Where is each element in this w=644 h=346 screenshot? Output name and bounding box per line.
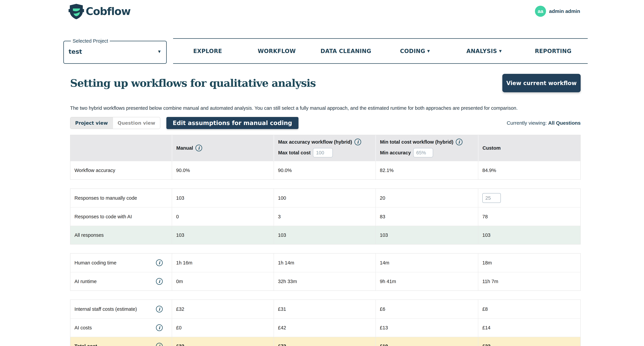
- info-icon[interactable]: i: [354, 139, 361, 145]
- row-label: Responses to manually code: [70, 189, 172, 207]
- chevron-down-icon: ▼: [427, 49, 430, 53]
- cobflow-logo[interactable]: Cobflow: [68, 3, 130, 19]
- view-toggle-group: Project view Question view: [70, 117, 160, 129]
- cell-value: 11h 7m: [478, 272, 580, 291]
- cell-value: 100: [274, 189, 376, 207]
- cell-value: 18m: [478, 254, 580, 272]
- cell-value: £14: [478, 319, 580, 337]
- nav-item-analysis[interactable]: ANALYSIS▼: [450, 48, 519, 54]
- table-header-row: Manual i Max accuracy workflow (hybrid) …: [70, 135, 580, 161]
- cell-value: 14m: [376, 254, 478, 272]
- table-section: Human coding timei1h 16m1h 14m14m18mAI r…: [70, 253, 581, 291]
- column-header-max-accuracy: Max accuracy workflow (hybrid) i Max tot…: [274, 135, 376, 161]
- table-row: Internal staff costs (estimate)i£32£31£6…: [70, 300, 580, 318]
- chevron-down-icon: ▼: [157, 49, 162, 54]
- toggle-question-view[interactable]: Question view: [113, 117, 160, 129]
- project-selected-value: test: [68, 48, 82, 55]
- info-icon[interactable]: i: [156, 343, 163, 346]
- chevron-down-icon: ▼: [499, 49, 502, 53]
- cell-value: £8: [478, 300, 580, 318]
- info-icon[interactable]: i: [156, 259, 163, 266]
- user-menu[interactable]: aa admin admin: [535, 6, 580, 17]
- currently-viewing-value: All Questions: [548, 120, 581, 126]
- cell-value: 83: [376, 207, 478, 226]
- cell-value: 103: [274, 226, 376, 244]
- cell-value: £6: [376, 300, 478, 318]
- cell-value: 3: [274, 207, 376, 226]
- cell-value: 90.0%: [274, 161, 376, 179]
- project-selector-label: Selected Project: [71, 38, 110, 44]
- project-select-control[interactable]: test ▼: [68, 44, 162, 59]
- table-section: Internal staff costs (estimate)i£32£31£6…: [70, 300, 581, 346]
- cell-value: 1h 14m: [274, 254, 376, 272]
- table-row: Workflow accuracy90.0%90.0%82.1%84.9%: [70, 161, 580, 179]
- cell-value: 90.0%: [172, 161, 274, 179]
- view-current-workflow-button[interactable]: View current workflow: [502, 74, 581, 92]
- row-label: Responses to code with AI: [70, 207, 172, 226]
- main-content: Setting up workflows for qualitative ana…: [0, 74, 644, 346]
- cell-value: £13: [376, 319, 478, 337]
- cell-value: 103: [172, 189, 274, 207]
- nav-item-workflow[interactable]: WORKFLOW: [242, 48, 311, 54]
- min-accuracy-input[interactable]: [413, 148, 433, 157]
- cell-value: 84.9%: [478, 161, 580, 179]
- nav-item-reporting[interactable]: REPORTING: [519, 48, 588, 54]
- table-row: AI costsi£0£42£13£14: [70, 318, 580, 337]
- row-label: All responses: [70, 226, 172, 244]
- currently-viewing: Currently viewing: All Questions: [507, 120, 581, 126]
- cell-value: 9h 41m: [376, 272, 478, 291]
- info-icon[interactable]: i: [196, 145, 202, 151]
- user-name: admin admin: [549, 8, 580, 14]
- cell-value: 0: [172, 207, 274, 226]
- column-header-custom: Custom: [478, 135, 580, 161]
- nav-item-coding[interactable]: CODING▼: [380, 48, 450, 54]
- avatar: aa: [535, 6, 546, 17]
- cell-value: 103: [172, 226, 274, 244]
- row-label: Workflow accuracy: [70, 161, 172, 179]
- custom-responses-input[interactable]: [482, 193, 501, 203]
- cell-value: 1h 16m: [172, 254, 274, 272]
- cell-value: £31: [274, 300, 376, 318]
- cell-value: 82.1%: [376, 161, 478, 179]
- toggle-project-view[interactable]: Project view: [70, 117, 113, 129]
- column-header-empty: [70, 135, 172, 161]
- table-row: AI runtimei0m32h 33m9h 41m11h 7m: [70, 272, 580, 291]
- table-row: Responses to manually code10310020: [70, 189, 580, 207]
- row-label: AI runtimei: [70, 272, 172, 291]
- page-description: The two hybrid workflows presented below…: [70, 105, 581, 111]
- column-header-min-total-cost: Min total cost workflow (hybrid) i Min a…: [376, 135, 478, 161]
- info-icon[interactable]: i: [156, 324, 163, 331]
- cell-value: 78: [478, 207, 580, 226]
- sub-header: Selected Project test ▼ EXPLORE WORKFLOW…: [63, 38, 588, 64]
- row-label: Human coding timei: [70, 254, 172, 272]
- currently-viewing-label: Currently viewing:: [507, 120, 547, 126]
- cell-value: 103: [478, 226, 580, 244]
- brand-name: Cobflow: [86, 5, 130, 17]
- cell-value: £32: [172, 337, 274, 346]
- table-section: Responses to manually code10310020Respon…: [70, 188, 581, 244]
- cell-value: 32h 33m: [274, 272, 376, 291]
- info-icon[interactable]: i: [456, 139, 462, 145]
- table-row: All responses103103103103: [70, 226, 580, 244]
- table-row: Responses to code with AI038378: [70, 207, 580, 226]
- page-title: Setting up workflows for qualitative ana…: [70, 77, 316, 89]
- row-label: AI costsi: [70, 319, 172, 337]
- column-header-manual: Manual i: [172, 135, 274, 161]
- row-label: Internal staff costs (estimate)i: [70, 300, 172, 318]
- workflow-table: Manual i Max accuracy workflow (hybrid) …: [70, 135, 581, 346]
- info-icon[interactable]: i: [156, 306, 163, 313]
- nav-item-explore[interactable]: EXPLORE: [173, 48, 242, 54]
- cell-value: 103: [376, 226, 478, 244]
- max-total-cost-input[interactable]: [313, 148, 333, 157]
- cell-value: £22: [478, 337, 580, 346]
- shield-icon: [68, 3, 84, 19]
- info-icon[interactable]: i: [156, 278, 163, 285]
- project-selector: Selected Project test ▼: [63, 38, 167, 64]
- cell-value: £32: [172, 300, 274, 318]
- nav-item-data-cleaning[interactable]: DATA CLEANING: [311, 48, 380, 54]
- cell-value: £19: [376, 337, 478, 346]
- cell-value: 20: [376, 189, 478, 207]
- cell-value: £0: [172, 319, 274, 337]
- table-row: Total costi£32£72£19£22: [70, 337, 580, 346]
- edit-assumptions-button[interactable]: Edit assumptions for manual coding: [166, 117, 299, 129]
